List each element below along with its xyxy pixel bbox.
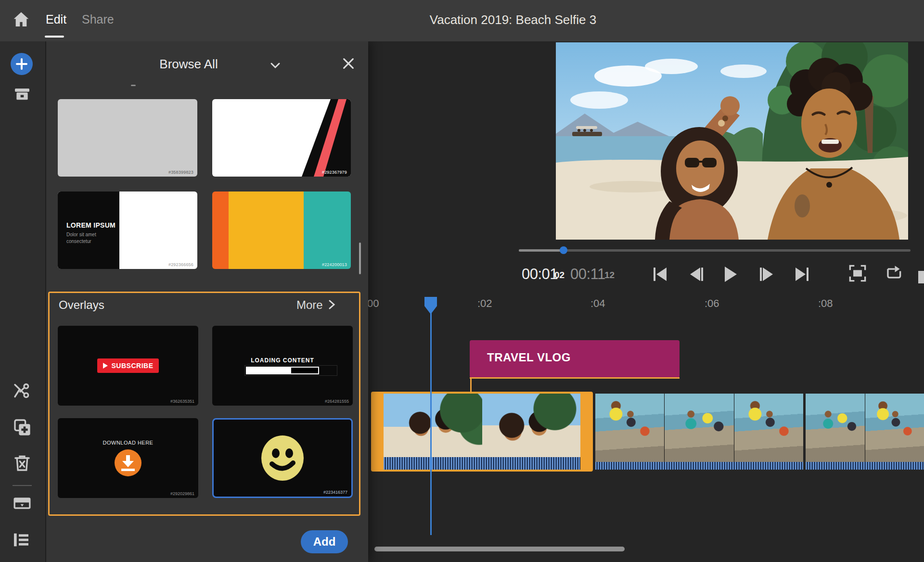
template-subtext: consectetur	[66, 239, 91, 244]
chevron-down-icon[interactable]	[270, 60, 281, 71]
tab-share[interactable]: Share	[82, 13, 114, 26]
panel-scrollbar[interactable]	[359, 243, 361, 274]
delete-trash-icon[interactable]	[13, 453, 32, 473]
video-frame	[806, 394, 865, 462]
clip-frames	[384, 394, 580, 457]
overlay-preview: DOWNLOAD HERE	[58, 418, 198, 498]
audio-waveform	[384, 457, 580, 470]
asset-id: #292366656	[168, 262, 193, 267]
timeline-clip-selected[interactable]	[371, 392, 593, 472]
video-frame	[595, 394, 664, 462]
overlay-smiley-selected[interactable]: #223416377	[212, 418, 353, 498]
clip-frames	[595, 394, 803, 462]
asset-id: #224200013	[322, 262, 347, 267]
triangle-left-icon	[656, 268, 667, 281]
triangle-right-icon	[763, 268, 773, 281]
template-heading: LOREM IPSUM	[66, 221, 116, 229]
timeline-title-clip[interactable]: TRAVEL VLOG	[470, 340, 680, 378]
overlay-preview	[214, 420, 351, 497]
timecode-current-frames: 02	[554, 270, 565, 281]
bar	[654, 268, 655, 281]
overlay-loading-content[interactable]: LOADING CONTENT #264281555	[212, 326, 353, 406]
timeline-clip[interactable]	[595, 394, 803, 470]
overlay-preview: LOADING CONTENT	[212, 326, 353, 406]
audio-waveform	[595, 462, 803, 470]
bar	[760, 268, 762, 281]
titles-browser-panel: Browse All #358399823 #292367979 LOREM I…	[46, 41, 368, 562]
browse-all-dropdown-label[interactable]: Browse All	[116, 57, 261, 72]
timeline-clip[interactable]	[806, 394, 924, 470]
overlays-heading: Overlays	[59, 298, 104, 312]
playhead-handle[interactable]	[424, 296, 437, 317]
title-template-lorem-ipsum[interactable]: LOREM IPSUM Dolor sit amet consectetur #…	[58, 192, 197, 269]
title-template-blank-gray[interactable]: #358399823	[58, 99, 197, 177]
more-label: More	[296, 298, 323, 311]
subscribe-button-graphic: SUBSCRIBE	[97, 358, 159, 373]
audio-waveform	[806, 462, 924, 470]
preview-scrub-played	[519, 249, 563, 252]
timecode-duration-frames: 12	[604, 270, 615, 281]
timeline-horizontal-scrollbar[interactable]	[374, 547, 625, 551]
loading-label: LOADING CONTENT	[251, 357, 314, 364]
duplicate-icon[interactable]	[13, 418, 32, 437]
preview-scrub-handle[interactable]	[560, 246, 567, 254]
trim-handle-right[interactable]	[580, 394, 591, 470]
ruler-tick: :04	[590, 297, 605, 310]
video-frame	[665, 394, 733, 462]
home-icon[interactable]	[12, 10, 31, 29]
preview-scrub-track[interactable]	[519, 249, 911, 252]
clip-content	[384, 394, 580, 470]
overlays-more-link[interactable]: More	[296, 298, 335, 312]
video-frame	[384, 394, 482, 457]
ruler-tick: :06	[705, 297, 719, 310]
video-frame	[865, 394, 924, 462]
title-template-diagonal-red[interactable]: #292367979	[212, 99, 351, 177]
rail-divider	[13, 485, 32, 486]
add-media-icon[interactable]	[11, 53, 33, 75]
add-button[interactable]: Add	[301, 530, 348, 553]
tool-rail	[0, 41, 46, 562]
step-forward-button[interactable]	[756, 264, 777, 285]
overlay-preview: SUBSCRIBE	[58, 326, 198, 406]
overlay-subscribe[interactable]: SUBSCRIBE #362635351	[58, 326, 198, 406]
fullscreen-button[interactable]	[848, 264, 867, 282]
teal-band	[304, 192, 351, 269]
asset-id: #362635351	[170, 399, 194, 404]
video-frame	[482, 394, 581, 457]
ruler-tick: :08	[818, 297, 833, 310]
overlay-download-here[interactable]: DOWNLOAD HERE #292029861	[58, 418, 198, 498]
step-back-button[interactable]	[686, 264, 707, 285]
play-button[interactable]	[720, 264, 741, 285]
plus-icon	[21, 58, 23, 70]
export-frame-icon[interactable]	[13, 494, 32, 513]
title-template-color-bars[interactable]: #224200013	[212, 192, 351, 269]
split-scissors-icon[interactable]	[13, 381, 32, 400]
top-bar: Edit Share Vacation 2019: Beach Selfie 3	[0, 0, 924, 41]
download-icon	[115, 449, 141, 476]
go-to-start-button[interactable]	[649, 264, 670, 285]
arrow-bar	[121, 469, 135, 471]
trim-handle-left[interactable]	[373, 394, 384, 470]
go-to-end-button[interactable]	[791, 264, 812, 285]
close-icon[interactable]	[341, 56, 356, 71]
timecode-current: 00:01	[522, 266, 558, 283]
clipped-toolbar-button[interactable]	[918, 271, 924, 283]
triangle-right-icon	[796, 268, 806, 281]
tab-edit[interactable]: Edit	[46, 13, 66, 26]
project-title: Vacation 2019: Beach Selfie 3	[366, 13, 660, 27]
asset-id: #223416377	[323, 490, 347, 495]
app-window: Edit Share Vacation 2019: Beach Selfie 3	[0, 0, 924, 562]
play-icon	[103, 363, 108, 369]
title-clip-label: TRAVEL VLOG	[487, 351, 571, 364]
template-subtext: Dolor sit amet	[66, 232, 96, 237]
video-frame	[734, 394, 803, 462]
loop-button[interactable]	[884, 264, 902, 282]
title-clip-link-line	[470, 377, 680, 379]
playhead-line[interactable]	[430, 313, 432, 535]
play-icon	[725, 267, 737, 282]
track-controls-icon[interactable]	[12, 530, 31, 549]
media-browser-icon[interactable]	[13, 84, 32, 103]
smiley-icon	[257, 433, 308, 483]
asset-id: #292029861	[170, 491, 194, 496]
video-preview[interactable]	[556, 42, 908, 240]
